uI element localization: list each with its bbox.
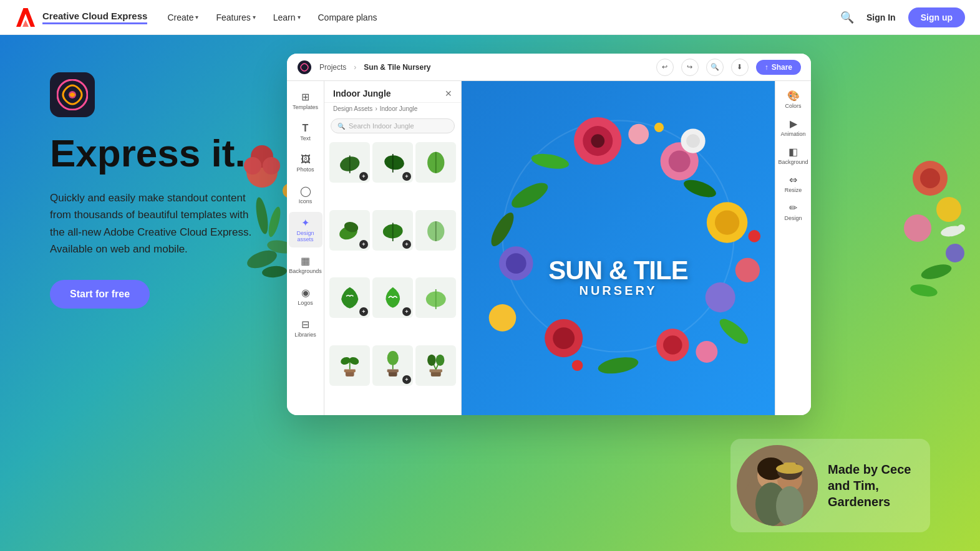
breadcrumb-projects[interactable]: Projects [319, 63, 346, 72]
add-asset-icon: + [359, 240, 368, 249]
breadcrumb-separator: › [354, 63, 356, 72]
svg-point-50 [715, 210, 739, 234]
svg-point-69 [686, 134, 700, 148]
topbar-actions: ↩ ↪ 🔍 ⬇ ↑ Share [656, 59, 801, 76]
sidebar-libraries[interactable]: ⊟ Libraries [289, 314, 323, 343]
svg-point-76 [904, 214, 931, 242]
mockup-canvas[interactable]: SUN & TILE NURSERY [462, 81, 775, 415]
panel-item-10[interactable] [329, 345, 370, 386]
panel-item-4[interactable]: + [329, 210, 370, 251]
svg-point-75 [936, 197, 961, 222]
mockup-panel: Indoor Jungle ✕ Design Assets › Indoor J… [324, 81, 462, 415]
mockup-topbar: Projects › Sun & Tile Nursery ↩ ↪ 🔍 ⬇ ↑ … [287, 54, 811, 81]
sidebar-templates[interactable]: ⊞ Templates [289, 86, 323, 115]
panel-search[interactable]: 🔍 Search Indoor Jungle [331, 118, 455, 133]
svg-point-73 [913, 161, 948, 196]
hero-section: Express it. Quickly and easily make stan… [0, 35, 980, 551]
share-button[interactable]: ↑ Share [756, 60, 801, 75]
resize-icon: ⇔ [789, 174, 797, 186]
svg-point-74 [920, 168, 940, 188]
photos-icon: 🖼 [301, 154, 311, 165]
nav-create[interactable]: Create ▾ [167, 12, 198, 22]
adobe-logo-icon [15, 7, 36, 28]
chevron-down-icon: ▾ [195, 14, 198, 21]
panel-item-11[interactable]: + [372, 345, 413, 386]
sidebar-backgrounds[interactable]: ▦ Backgrounds [289, 250, 323, 279]
canvas-floral-decoration [462, 81, 775, 415]
sign-up-button[interactable]: Sign up [908, 7, 965, 27]
breadcrumb-project-name[interactable]: Sun & Tile Nursery [364, 63, 430, 72]
svg-point-46 [591, 134, 604, 148]
cc-express-icon [57, 79, 88, 110]
nav-learn[interactable]: Learn ▾ [273, 12, 301, 22]
svg-point-81 [958, 224, 965, 232]
panel-item-6[interactable] [415, 210, 456, 251]
nav-right: 🔍 Sign In Sign up [840, 7, 965, 27]
tool-colors[interactable]: 🎨 Colors [777, 86, 810, 113]
design-icon: ✏ [789, 202, 797, 214]
panel-item-3[interactable] [415, 142, 456, 183]
attribution-text: Made by Cece and Tim, Gardeners [828, 461, 924, 510]
svg-point-72 [748, 230, 760, 242]
svg-point-16 [383, 154, 405, 171]
panel-item-1[interactable]: + [329, 142, 370, 183]
svg-point-55 [506, 253, 526, 274]
attribution-avatar [737, 445, 818, 526]
tool-resize[interactable]: ⇔ Resize [777, 170, 810, 197]
svg-point-36 [387, 351, 398, 365]
product-name-link[interactable]: Creative Cloud Express [42, 11, 147, 24]
sidebar-text[interactable]: T Text [289, 118, 323, 146]
backgrounds-icon: ▦ [301, 255, 310, 267]
svg-point-53 [682, 176, 719, 201]
search-button[interactable]: 🔍 [706, 59, 724, 76]
panel-header: Indoor Jungle ✕ [324, 81, 461, 103]
panel-item-8[interactable]: + [372, 277, 413, 318]
background-icon: ◧ [788, 146, 798, 158]
tool-animation[interactable]: ▶ Animation [777, 114, 810, 141]
design-assets-icon: ✦ [301, 217, 309, 229]
sidebar-logos[interactable]: ◉ Logos [289, 282, 323, 311]
panel-item-9[interactable] [415, 277, 456, 318]
add-asset-icon: + [359, 172, 368, 181]
panel-item-5[interactable]: + [372, 210, 413, 251]
tool-background[interactable]: ◧ Background [777, 142, 810, 169]
sign-in-button[interactable]: Sign In [866, 12, 896, 22]
svg-point-71 [654, 123, 664, 132]
panel-item-7[interactable]: + [329, 277, 370, 318]
search-icon[interactable]: 🔍 [840, 11, 854, 24]
add-asset-icon: + [359, 307, 368, 316]
svg-point-67 [597, 355, 640, 376]
nav-compare-plans[interactable]: Compare plans [318, 12, 377, 22]
mockup-tools-panel: 🎨 Colors ▶ Animation ◧ Background ⇔ Resi… [775, 81, 811, 415]
svg-rect-90 [784, 462, 796, 470]
undo-button[interactable]: ↩ [656, 59, 674, 76]
nav-features[interactable]: Features ▾ [216, 12, 255, 22]
sidebar-photos[interactable]: 🖼 Photos [289, 149, 323, 178]
svg-point-64 [696, 341, 717, 363]
logos-icon: ◉ [301, 287, 310, 299]
mockup-cc-logo [297, 60, 312, 75]
panel-item-2[interactable]: + [372, 142, 413, 183]
sidebar-icons[interactable]: ◯ Icons [289, 180, 323, 209]
logo-area[interactable]: Creative Cloud Express [15, 7, 147, 28]
share-icon: ↑ [765, 63, 769, 72]
download-button[interactable]: ⬇ [731, 59, 749, 76]
svg-point-70 [572, 360, 583, 371]
add-asset-icon: + [402, 307, 411, 316]
svg-point-58 [553, 327, 575, 349]
svg-point-51 [508, 178, 551, 213]
panel-item-12[interactable] [415, 345, 456, 386]
sidebar-design-assets[interactable]: ✦ Design assets [289, 212, 323, 247]
chevron-down-icon: ▾ [298, 14, 301, 21]
mockup-body: ⊞ Templates T Text 🖼 Photos ◯ Icons ✦ [287, 81, 811, 415]
svg-point-56 [706, 282, 735, 312]
hero-left-content: Express it. Quickly and easily make stan… [50, 72, 287, 309]
tool-design[interactable]: ✏ Design [777, 198, 810, 225]
redo-button[interactable]: ↪ [681, 59, 699, 76]
app-mockup: Projects › Sun & Tile Nursery ↩ ↪ 🔍 ⬇ ↑ … [287, 54, 811, 415]
templates-icon: ⊞ [301, 91, 309, 103]
svg-point-61 [628, 124, 649, 145]
start-for-free-button[interactable]: Start for free [50, 280, 150, 309]
app-icon [50, 72, 95, 117]
panel-close-button[interactable]: ✕ [445, 89, 452, 98]
